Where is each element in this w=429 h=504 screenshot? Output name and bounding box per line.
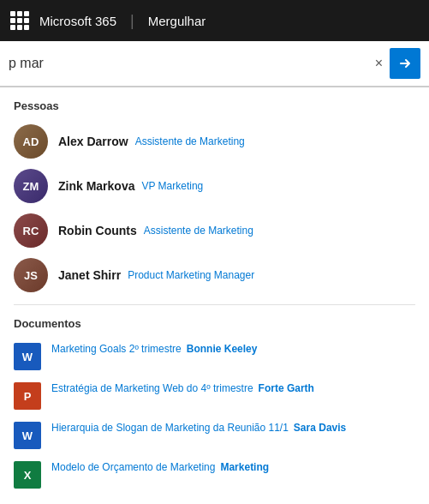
app-header: Microsoft 365 | Mergulhar xyxy=(0,0,429,41)
avatar-initials: RC xyxy=(23,225,39,237)
doc-type-icon: X xyxy=(14,461,41,489)
search-bar: p mar × xyxy=(0,41,429,87)
search-input-wrapper[interactable]: p mar xyxy=(9,52,368,75)
doc-line: Modelo de Orçamento de Marketing Marketi… xyxy=(51,461,269,473)
doc-author: Sara Davis xyxy=(294,422,346,434)
person-name: Robin Counts xyxy=(58,224,137,237)
people-list: AD Alex Darrow Assistente de Marketing Z… xyxy=(14,119,415,297)
app-name: Microsoft 365 xyxy=(39,14,116,28)
show-more-footer[interactable]: Mostrar mais resultados xyxy=(0,495,429,504)
person-name: Alex Darrow xyxy=(58,135,128,148)
doc-author: Bonnie Keeley xyxy=(187,343,258,355)
person-info: Robin Counts Assistente de Marketing xyxy=(58,224,253,237)
person-item[interactable]: AD Alex Darrow Assistente de Marketing xyxy=(14,119,415,164)
doc-author: Forte Garth xyxy=(259,382,314,394)
person-role: Product Marketing Manager xyxy=(128,269,254,281)
documents-section-label: Documentos xyxy=(14,317,415,330)
avatar: JS xyxy=(14,258,48,292)
person-role: Assistente de Marketing xyxy=(135,135,245,147)
person-role: VP Marketing xyxy=(141,180,203,192)
doc-info: Estratégia de Marketing Web do 4º trimes… xyxy=(51,382,314,394)
person-info: Janet Shirr Product Marketing Manager xyxy=(58,268,254,282)
arrow-right-icon xyxy=(398,57,412,70)
search-go-button[interactable] xyxy=(390,48,420,79)
header-divider: | xyxy=(130,12,134,30)
main-content: Pessoas AD Alex Darrow Assistente de Mar… xyxy=(0,99,429,495)
documents-list: W Marketing Goals 2º trimestre Bonnie Ke… xyxy=(14,337,415,495)
avatar-initials: AD xyxy=(23,135,39,148)
app-launcher-icon[interactable] xyxy=(10,11,29,30)
person-item[interactable]: RC Robin Counts Assistente de Marketing xyxy=(14,208,415,253)
doc-type-icon: W xyxy=(14,343,41,370)
doc-info: Hierarquia de Slogan de Marketing da Reu… xyxy=(51,422,346,434)
person-name: Zink Markova xyxy=(58,179,134,193)
document-item[interactable]: W Hierarquia de Slogan de Marketing da R… xyxy=(14,416,415,455)
doc-author: Marketing xyxy=(220,461,269,473)
section-divider xyxy=(14,304,415,305)
avatar-initials: JS xyxy=(24,269,38,282)
people-section-label: Pessoas xyxy=(14,99,415,112)
document-item[interactable]: W Marketing Goals 2º trimestre Bonnie Ke… xyxy=(14,337,415,376)
person-info: Zink Markova VP Marketing xyxy=(58,179,203,193)
search-input[interactable]: p mar xyxy=(9,52,368,75)
avatar: AD xyxy=(14,124,48,159)
doc-title: Hierarquia de Slogan de Marketing da Reu… xyxy=(51,422,289,434)
document-item[interactable]: P Estratégia de Marketing Web do 4º trim… xyxy=(14,376,415,416)
avatar: ZM xyxy=(14,169,48,203)
person-item[interactable]: JS Janet Shirr Product Marketing Manager xyxy=(14,253,415,297)
doc-title: Modelo de Orçamento de Marketing xyxy=(51,461,215,473)
person-item[interactable]: ZM Zink Markova VP Marketing xyxy=(14,164,415,208)
doc-info: Modelo de Orçamento de Marketing Marketi… xyxy=(51,461,269,473)
doc-title: Marketing Goals 2º trimestre xyxy=(51,343,182,355)
avatar-initials: ZM xyxy=(23,180,39,193)
person-name: Janet Shirr xyxy=(58,268,121,282)
doc-info: Marketing Goals 2º trimestre Bonnie Keel… xyxy=(51,343,257,355)
doc-line: Marketing Goals 2º trimestre Bonnie Keel… xyxy=(51,343,257,355)
document-item[interactable]: X Modelo de Orçamento de Marketing Marke… xyxy=(14,455,415,495)
person-info: Alex Darrow Assistente de Marketing xyxy=(58,135,245,148)
person-role: Assistente de Marketing xyxy=(144,225,253,237)
header-subtitle: Mergulhar xyxy=(148,14,206,28)
doc-line: Hierarquia de Slogan de Marketing da Reu… xyxy=(51,422,346,434)
doc-type-icon: W xyxy=(14,422,41,449)
search-clear-button[interactable]: × xyxy=(368,52,390,75)
doc-title: Estratégia de Marketing Web do 4º trimes… xyxy=(51,382,253,394)
doc-line: Estratégia de Marketing Web do 4º trimes… xyxy=(51,382,314,394)
doc-type-icon: P xyxy=(14,382,41,410)
avatar: RC xyxy=(14,213,48,248)
